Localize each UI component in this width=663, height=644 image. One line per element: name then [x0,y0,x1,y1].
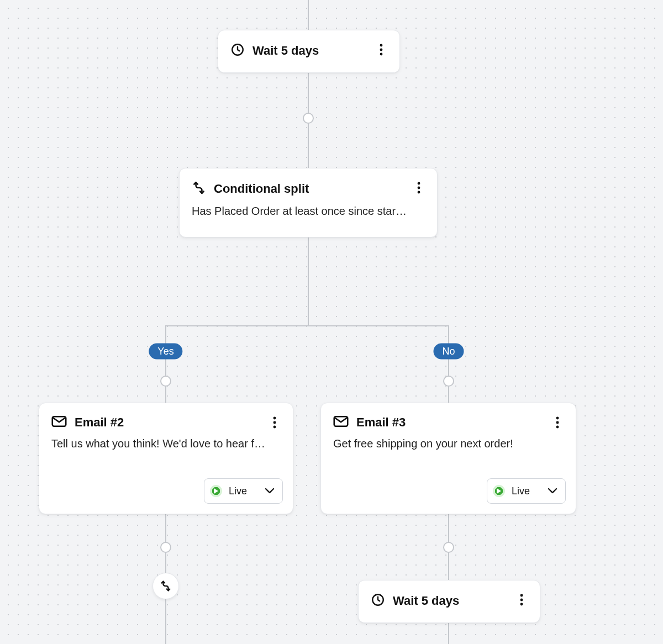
email-node-2-title: Email #2 [75,415,124,430]
svg-point-20 [520,603,523,606]
clock-icon [230,43,245,59]
connector [308,237,309,326]
email-node-3[interactable]: Email #3 Get free shipping on your next … [320,403,576,514]
canvas-background [0,0,663,644]
conditional-split-description: Has Placed Order at least once since sta… [192,205,425,218]
svg-point-2 [380,49,383,51]
connector [448,622,449,644]
chevron-down-icon [548,486,557,496]
branch-pill-no: No [433,344,464,360]
conditional-split-title: Conditional split [214,182,309,196]
wait-node-1[interactable]: Wait 5 days [218,30,400,73]
svg-point-3 [380,53,383,56]
node-menu-button[interactable] [372,40,391,59]
wait-node-2-title: Wait 5 days [393,594,459,608]
node-menu-button[interactable] [409,178,428,197]
svg-point-9 [273,421,276,424]
status-label: Live [512,485,530,497]
node-menu-button[interactable] [548,413,567,432]
connector-dot[interactable] [160,376,171,387]
conditional-split-node[interactable]: Conditional split Has Placed Order at le… [179,168,438,237]
connector [165,325,449,326]
email-node-3-description: Get free shipping on your next order! [333,437,564,450]
status-dropdown[interactable]: Live [487,478,566,504]
wait-node-2[interactable]: Wait 5 days [358,580,540,623]
svg-point-1 [380,44,383,47]
branch-pill-yes: Yes [149,344,182,360]
connector-dot[interactable] [303,113,314,124]
status-label: Live [229,485,247,497]
svg-point-4 [418,182,420,185]
status-dropdown[interactable]: Live [204,478,283,504]
email-icon [333,415,349,430]
status-live-icon [210,485,222,497]
svg-point-19 [520,599,523,601]
svg-marker-16 [497,488,501,494]
connector [165,325,166,403]
svg-point-13 [556,417,559,420]
branch-no-label: No [442,346,455,357]
status-live-icon [493,485,505,497]
node-menu-button[interactable] [512,590,531,609]
email-node-3-title: Email #3 [356,415,406,430]
connector-dot[interactable] [443,376,454,387]
connector-dot[interactable] [160,542,171,553]
split-icon [192,181,206,197]
branch-yes-label: Yes [157,346,173,357]
svg-marker-11 [214,488,218,494]
clock-icon [371,593,385,609]
email-node-2-description: Tell us what you think! We'd love to hea… [51,437,281,450]
split-icon-node[interactable] [152,573,179,599]
svg-point-8 [273,417,276,420]
connector [448,325,449,403]
email-icon [51,415,67,430]
svg-point-14 [556,421,559,424]
svg-point-15 [556,426,559,429]
svg-point-6 [418,191,420,194]
connector-dot[interactable] [443,542,454,553]
svg-point-10 [273,426,276,429]
node-menu-button[interactable] [265,413,284,432]
connector [308,0,309,30]
wait-node-1-title: Wait 5 days [252,44,319,58]
email-node-2[interactable]: Email #2 Tell us what you think! We'd lo… [39,403,293,514]
svg-point-18 [520,594,523,597]
svg-point-5 [418,187,420,189]
chevron-down-icon [265,486,275,496]
